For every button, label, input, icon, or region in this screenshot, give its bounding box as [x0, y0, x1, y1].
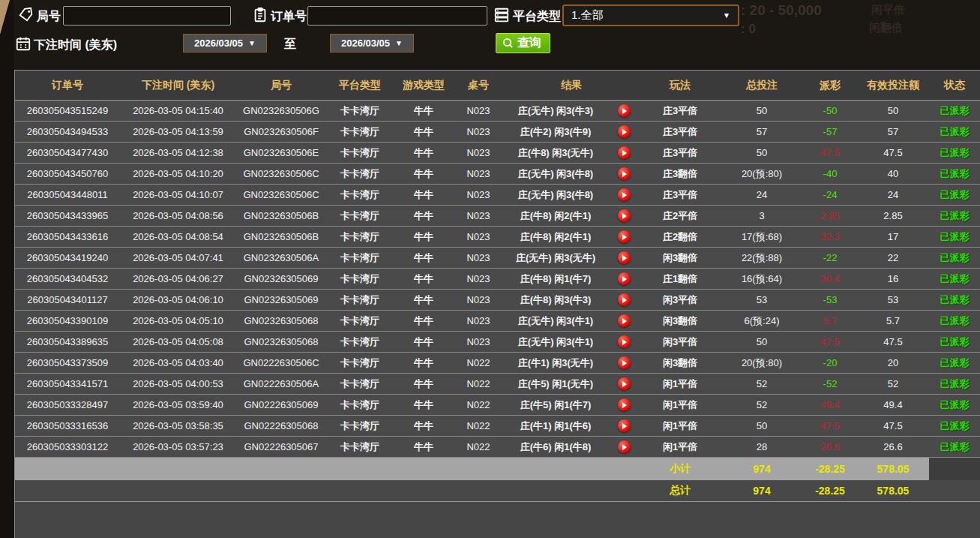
play-type-cell: 闲3翻倍 [640, 356, 721, 370]
status-cell: 已派彩 [929, 293, 980, 307]
order-id-cell: 260305043450760 [15, 168, 120, 179]
table-body: 260305043515249 2026-03-05 04:15:40 GN02… [15, 101, 980, 458]
bet-time-cell: 2026-03-05 04:05:10 [120, 315, 236, 326]
result-cell: 庄(无牛) 闲3(牛8) [503, 188, 608, 202]
valid-bet-cell: 47.5 [857, 336, 929, 347]
replay-play-icon[interactable] [618, 440, 631, 453]
status-cell: 已派彩 [929, 440, 980, 454]
replay-play-icon[interactable] [618, 251, 631, 264]
table-no-cell: N023 [454, 252, 503, 263]
replay-play-icon[interactable] [618, 146, 631, 159]
result-cell: 庄(牛5) 闲1(无牛) [503, 377, 608, 391]
replay-play-icon[interactable] [618, 314, 631, 327]
collapse-panel-arrow[interactable] [0, 0, 10, 35]
replay-play-icon[interactable] [618, 419, 631, 432]
payout-cell: -53 [803, 294, 857, 305]
bet-time-cell: 2026-03-05 04:08:56 [120, 210, 236, 221]
replay-play-icon[interactable] [618, 356, 631, 369]
game-type-cell: 牛牛 [394, 104, 454, 118]
search-icon [502, 37, 514, 50]
date-to-value: 2026/03/05 [341, 38, 390, 49]
replay-play-icon[interactable] [618, 104, 631, 117]
game-type-cell: 牛牛 [394, 188, 454, 202]
table-row: 260305043341571 2026-03-05 04:00:53 GN02… [15, 374, 980, 395]
ghost-label-1: 闲平倍 [871, 3, 905, 17]
date-to-picker[interactable]: 2026/03/05 [330, 34, 414, 53]
table-row: 260305043419240 2026-03-05 04:07:41 GN02… [15, 248, 980, 269]
col-header-status: 状态 [929, 79, 980, 92]
valid-bet-cell: 20 [857, 357, 929, 368]
query-button-label: 查询 [517, 35, 541, 51]
col-header-order: 订单号 [15, 79, 120, 92]
status-cell: 已派彩 [929, 167, 980, 181]
replay-play-icon[interactable] [618, 377, 631, 390]
replay-play-icon[interactable] [618, 188, 631, 201]
replay-play-icon[interactable] [618, 335, 631, 348]
bet-time-cell: 2026-03-05 04:12:38 [120, 147, 236, 158]
payout-cell: 5.7 [803, 315, 857, 326]
replay-play-icon[interactable] [618, 125, 631, 138]
betting-records-screen: : 20 - 50,000 : 0 闲平倍 闲翻倍 局号 订单号 平台类型 [0, 0, 980, 538]
total-bet-cell: 50 [721, 336, 803, 347]
order-no-input[interactable] [307, 6, 487, 26]
status-cell: 已派彩 [929, 272, 980, 286]
bet-time-cell: 2026-03-05 04:10:20 [120, 168, 236, 179]
platform-type-select[interactable]: 1.全部 [562, 5, 739, 26]
status-cell: 已派彩 [929, 188, 980, 202]
bet-records-table: 订单号 下注时间 (美东) 局号 平台类型 游戏类型 桌号 结果 玩法 总投注 … [14, 70, 980, 538]
payout-cell: 30.4 [803, 273, 857, 284]
date-range-to-label: 至 [284, 37, 296, 53]
play-type-cell: 闲1平倍 [640, 440, 721, 454]
table-row: 260305043448011 2026-03-05 04:10:07 GN02… [15, 185, 980, 206]
table-no-cell: N022 [454, 357, 503, 368]
replay-play-icon[interactable] [618, 209, 631, 222]
result-cell: 庄(牛8) 闲3(牛3) [503, 293, 608, 307]
subtotal-payout: -28.25 [803, 458, 857, 480]
round-id-cell: GN02326305069 [236, 273, 326, 284]
valid-bet-cell: 16 [857, 273, 929, 284]
platform-cell: 卡卡湾厅 [326, 356, 394, 370]
total-bet-cell: 53 [721, 294, 803, 305]
platform-cell: 卡卡湾厅 [326, 398, 394, 412]
bet-time-cell: 2026-03-05 04:08:54 [120, 231, 236, 242]
game-type-cell: 牛牛 [394, 356, 454, 370]
payout-cell: 32.3 [803, 231, 857, 242]
round-no-input[interactable] [63, 6, 231, 26]
game-type-cell: 牛牛 [394, 209, 454, 223]
table-row: 260305043389635 2026-03-05 04:05:08 GN02… [15, 332, 980, 353]
platform-cell: 卡卡湾厅 [326, 419, 394, 433]
round-id-cell: GN0232630506A [236, 252, 326, 263]
platform-cell: 卡卡湾厅 [326, 188, 394, 202]
table-no-cell: N023 [454, 336, 503, 347]
valid-bet-cell: 49.4 [857, 399, 929, 410]
replay-play-icon[interactable] [618, 293, 631, 306]
table-no-cell: N023 [454, 231, 503, 242]
payout-cell: -52 [803, 378, 857, 389]
total-bet-cell: 22(预:88) [721, 251, 803, 265]
payout-cell: -20 [803, 357, 857, 368]
round-id-cell: GN0232630506F [236, 126, 326, 137]
bet-time-cell: 2026-03-05 04:03:40 [120, 357, 236, 368]
total-bet-cell: 24 [721, 189, 803, 200]
date-from-picker[interactable]: 2026/03/05 [183, 34, 267, 53]
platform-cell: 卡卡湾厅 [326, 440, 394, 454]
col-header-play-type: 玩法 [640, 79, 721, 92]
round-id-cell: GN0232630506B [236, 231, 326, 242]
replay-play-icon[interactable] [618, 398, 631, 411]
payout-cell: 47.5 [803, 420, 857, 431]
order-id-cell: 260305043389635 [15, 336, 120, 347]
replay-play-icon[interactable] [618, 167, 631, 180]
grand-total-label: 总计 [640, 484, 721, 497]
total-bet-cell: 3 [721, 210, 803, 221]
valid-bet-cell: 47.5 [857, 147, 929, 158]
payout-cell: 47.5 [803, 336, 857, 347]
platform-cell: 卡卡湾厅 [326, 293, 394, 307]
valid-bet-cell: 22 [857, 252, 929, 263]
query-button[interactable]: 查询 [496, 33, 550, 53]
replay-play-icon[interactable] [618, 230, 631, 243]
table-row: 260305043433616 2026-03-05 04:08:54 GN02… [15, 227, 980, 248]
total-bet-cell: 17(预:68) [721, 230, 803, 244]
order-id-cell: 260305043401127 [15, 294, 120, 305]
replay-play-icon[interactable] [618, 272, 631, 285]
order-id-cell: 260305043477430 [15, 147, 120, 158]
